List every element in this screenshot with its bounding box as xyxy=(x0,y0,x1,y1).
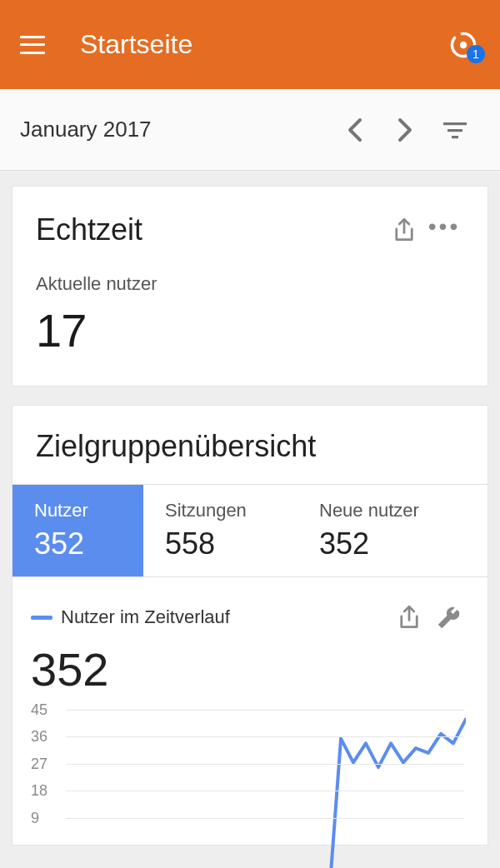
tab-label: Sitzungen xyxy=(165,500,276,521)
more-icon[interactable]: ••• xyxy=(424,210,464,250)
svg-rect-2 xyxy=(443,122,467,125)
legend-label: Nutzer im Zeitverlauf xyxy=(61,606,230,628)
next-period-button[interactable] xyxy=(380,105,430,155)
date-range-label[interactable]: January 2017 xyxy=(20,117,330,142)
svg-point-1 xyxy=(460,41,468,48)
tab-value: 558 xyxy=(165,526,276,561)
filter-icon[interactable] xyxy=(430,105,480,155)
tab-new-users[interactable]: Neue nutzer 352 xyxy=(298,485,441,576)
svg-rect-4 xyxy=(452,136,458,138)
tab-value: 352 xyxy=(34,526,122,561)
menu-icon[interactable] xyxy=(20,36,45,54)
realtime-value: 17 xyxy=(36,303,464,357)
share-icon[interactable] xyxy=(389,597,429,637)
notification-badge: 1 xyxy=(467,45,485,63)
date-range-bar: January 2017 xyxy=(0,89,500,171)
y-axis-tick: 27 xyxy=(31,755,48,772)
realtime-card: Echtzeit ••• Aktuelle nutzer 17 xyxy=(12,186,488,387)
y-axis-tick: 36 xyxy=(31,728,48,746)
app-header: Startseite 1 xyxy=(0,0,500,89)
tab-value: 352 xyxy=(319,526,419,561)
page-title: Startseite xyxy=(80,29,447,60)
wrench-icon[interactable] xyxy=(429,597,469,637)
audience-title: Zielgruppenübersicht xyxy=(12,429,488,464)
prev-period-button[interactable] xyxy=(330,105,380,155)
tab-label: Nutzer xyxy=(34,500,122,521)
audience-card: Zielgruppenübersicht Nutzer 352 Sitzunge… xyxy=(12,405,488,846)
chart-legend: Nutzer im Zeitverlauf xyxy=(31,606,389,628)
y-axis-tick: 18 xyxy=(31,782,48,800)
chart-total: 352 xyxy=(31,642,469,696)
legend-swatch xyxy=(31,616,52,620)
account-button[interactable]: 1 xyxy=(447,28,480,62)
y-axis-tick: 45 xyxy=(31,701,48,719)
metric-tabs: Nutzer 352 Sitzungen 558 Neue nutzer 352 xyxy=(12,484,488,577)
realtime-title: Echtzeit xyxy=(36,212,384,247)
chart-section: Nutzer im Zeitverlauf 352 918273645 xyxy=(12,577,488,845)
tab-label: Neue nutzer xyxy=(319,500,419,521)
y-axis-tick: 9 xyxy=(31,809,39,826)
chart-svg xyxy=(66,710,466,868)
realtime-subtitle: Aktuelle nutzer xyxy=(36,273,464,295)
tab-sessions[interactable]: Sitzungen 558 xyxy=(143,485,298,576)
svg-rect-3 xyxy=(448,129,462,132)
tab-users[interactable]: Nutzer 352 xyxy=(12,485,143,576)
line-chart: 918273645 xyxy=(31,710,469,845)
share-icon[interactable] xyxy=(384,210,424,250)
